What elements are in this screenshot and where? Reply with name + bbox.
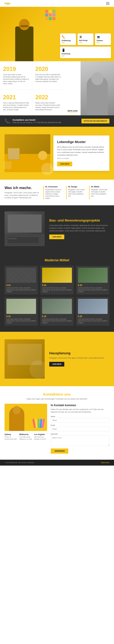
- form-intro: Haben Sie eine Anfrage oder sind Sie neu…: [51, 408, 109, 413]
- what-item-text: Paragraph. Click to start. Click again o…: [68, 189, 85, 197]
- build-text-content: Lorem ipsum dolor sit amet, consectetur …: [49, 224, 109, 232]
- banner-cta-button[interactable]: BITTEN SIE UNS EINE BERICHT: [81, 119, 109, 124]
- year-text: Sunt in culpa qui officia deserunt molli…: [3, 102, 29, 111]
- year-label: 2022: [35, 94, 62, 100]
- office-city: Los Angeles: [34, 433, 47, 436]
- year-2022: 2022 Nullam varius turpis hendrerit accu…: [32, 90, 65, 115]
- lively-section: Lebendige Muster Elit ut aliquam purus s…: [0, 127, 114, 180]
- offices-row: Sydney Po box 16, Pyrmont NSW 2009 Melbo…: [5, 433, 47, 440]
- service-name: Web Design: [79, 40, 92, 41]
- name-label: Name: [51, 416, 109, 417]
- build-section: Bau- und Renovierungsprojekte Lorem ipsu…: [0, 205, 114, 252]
- contact-form-col: In Kontakt kommen Haben Sie eine Anfrage…: [51, 404, 109, 454]
- years-section: 2019 Lorem ipsum dolor sit amet consecte…: [0, 61, 114, 115]
- furniture-image-4: [6, 299, 36, 314]
- year-text: Lorem ipsum dolor sit amet consectetur a…: [3, 74, 29, 85]
- furniture-item-4: $ 25 Lorem ipsum dolor sit amet, consect…: [5, 297, 38, 326]
- year-label: 2020: [35, 66, 62, 72]
- banner-text: Kontaktiere uns heute! Rufen Sie uns noc…: [13, 119, 61, 124]
- furniture-image-6: [78, 299, 108, 314]
- service-icon: 📱: [62, 48, 109, 52]
- furniture-item-2: $ 25 Lorem ipsum dolor sit amet, consect…: [40, 266, 74, 294]
- message-label: Nachricht: [51, 433, 109, 435]
- hero-cards-area: ✏️ Grafikdesign mehr 🖥 Web Design mehr 💻…: [57, 7, 114, 61]
- year-text: Duis aute irure dolor in reprehenderit i…: [35, 74, 62, 82]
- year-text: Nullam varius turpis hendrerit accumsan.…: [35, 102, 62, 111]
- footer-copyright: © 2023 MyWebsite. Alle Rechte vorbehalte…: [5, 462, 35, 464]
- contact-content: Sydney Po box 16, Pyrmont NSW 2009 Melbo…: [5, 404, 109, 454]
- name-input[interactable]: [51, 418, 109, 422]
- submit-button[interactable]: ABSENDEN: [51, 448, 68, 454]
- lively-image-col: [5, 134, 50, 172]
- hero-person-illustration: [3, 13, 46, 61]
- service-link[interactable]: mehr: [62, 42, 75, 43]
- contact-banner: 📞 Kontaktiere uns heute! Rufen Sie uns n…: [0, 115, 114, 127]
- email-label: Email: [51, 424, 109, 426]
- office-sydney: Sydney Po box 16, Pyrmont NSW 2009: [5, 433, 18, 440]
- service-link[interactable]: mehr: [79, 42, 92, 43]
- service-name: Anwendung: [62, 53, 109, 54]
- office-melbourne: Melbourne 103 Collins Street, Melbourne …: [19, 433, 32, 440]
- service-card-2: 💻 Software mehr: [95, 34, 111, 45]
- furniture-desc: Lorem ipsum dolor sit amet, consectetur …: [6, 287, 36, 293]
- office-address: Po box 16, Pyrmont NSW 2009: [5, 436, 18, 440]
- furniture-item-1: $ 25 Lorem ipsum dolor sit amet, consect…: [5, 266, 38, 294]
- footer: © 2023 MyWebsite. Alle Rechte vorbehalte…: [0, 460, 114, 466]
- banner-title: Kontaktiere uns heute!: [13, 119, 61, 121]
- furniture-grid: $ 25 Lorem ipsum dolor sit amet, consect…: [5, 266, 109, 326]
- furniture-section: Moderne Möbel $ 25 Lorem ipsum dolor sit…: [0, 252, 114, 332]
- footer-link[interactable]: Datenschutz: [101, 462, 109, 464]
- lively-learn-more-button[interactable]: LERN MEHR: [57, 162, 72, 166]
- service-card-3: 📱 Anwendung mehr: [60, 46, 111, 58]
- hero-image-area: [0, 7, 57, 61]
- furniture-price: $ 25: [78, 315, 108, 318]
- email-input[interactable]: [51, 427, 109, 431]
- logo[interactable]: logo: [5, 2, 10, 5]
- contact-section: Kontaktiere uns Haben Sie Fragen oder An…: [0, 386, 114, 460]
- plan-learn-more-button[interactable]: LERN MEHR: [49, 362, 64, 366]
- banner-subtitle: Rufen Sie uns noch heute an +1 777 000 0…: [13, 122, 61, 124]
- what-items: 01. Innenraum Suspendisse in justo eu ma…: [43, 186, 109, 199]
- hero-section: ✏️ Grafikdesign mehr 🖥 Web Design mehr 💻…: [0, 7, 114, 61]
- service-icon: 🖥: [79, 35, 92, 39]
- phone-icon: 📞: [5, 118, 10, 124]
- contact-title: Kontaktiere uns: [5, 392, 109, 396]
- furniture-desc: Lorem ipsum dolor sit amet, consectetur …: [78, 287, 108, 293]
- years-grid: 2019 Lorem ipsum dolor sit amet consecte…: [0, 61, 65, 115]
- read-more-area: mehr lesen: [65, 61, 81, 115]
- what-intro: Paragraph. Click to edit. Lorem ipsum do…: [5, 192, 40, 199]
- form-title: In Kontakt kommen: [51, 404, 109, 407]
- circle-deco: [41, 163, 53, 175]
- year-2021: 2021 Sunt in culpa qui officia deserunt …: [0, 90, 32, 115]
- furniture-price: $ 25: [6, 284, 36, 286]
- build-learn-more-button[interactable]: LERN MEHR: [49, 234, 64, 239]
- message-input[interactable]: [51, 436, 109, 446]
- what-item-design: 02. Design Paragraph. Click to start. Cl…: [66, 186, 87, 199]
- woman-photo: [81, 61, 114, 115]
- plan-text: Paragraph. Click to edit. Click again or…: [49, 357, 109, 360]
- year-2019: 2019 Lorem ipsum dolor sit amet consecte…: [0, 61, 32, 90]
- service-cards-row: ✏️ Grafikdesign mehr 🖥 Web Design mehr 💻…: [60, 34, 111, 61]
- message-field: Nachricht: [51, 433, 109, 447]
- service-card-1: 🖥 Web Design mehr: [78, 34, 93, 45]
- service-link[interactable]: mehr: [62, 55, 109, 56]
- hamburger-menu[interactable]: [106, 2, 109, 5]
- contact-photo: [5, 404, 47, 431]
- furniture-price: $ 25: [78, 284, 108, 286]
- furniture-item-6: $ 25 Lorem ipsum dolor sit amet, consect…: [76, 297, 109, 326]
- what-item-mobel: 03. Möbel Paragraph. Click to start. Cli…: [89, 186, 109, 199]
- furniture-desc: Lorem ipsum dolor sit amet, consectetur …: [42, 318, 72, 324]
- service-link[interactable]: mehr: [96, 42, 109, 43]
- what-item-title: 02. Design: [68, 186, 85, 188]
- banner-left: 📞 Kontaktiere uns heute! Rufen Sie uns n…: [5, 118, 61, 124]
- service-icon: ✏️: [62, 35, 75, 39]
- name-field: Name: [51, 416, 109, 422]
- stripes-deco: [4, 162, 11, 169]
- read-more-link[interactable]: mehr lesen: [68, 110, 78, 112]
- what-item-text: Suspendisse in justo eu magna luctus sus…: [45, 189, 62, 199]
- year-label: 2019: [3, 66, 29, 72]
- what-i-do-section: Was ich mache. Paragraph. Click to edit.…: [0, 180, 114, 205]
- contact-left-col: Sydney Po box 16, Pyrmont NSW 2009 Melbo…: [5, 404, 47, 454]
- furniture-item-3: $ 25 Lorem ipsum dolor sit amet, consect…: [76, 266, 109, 294]
- service-icon: 💻: [96, 35, 109, 39]
